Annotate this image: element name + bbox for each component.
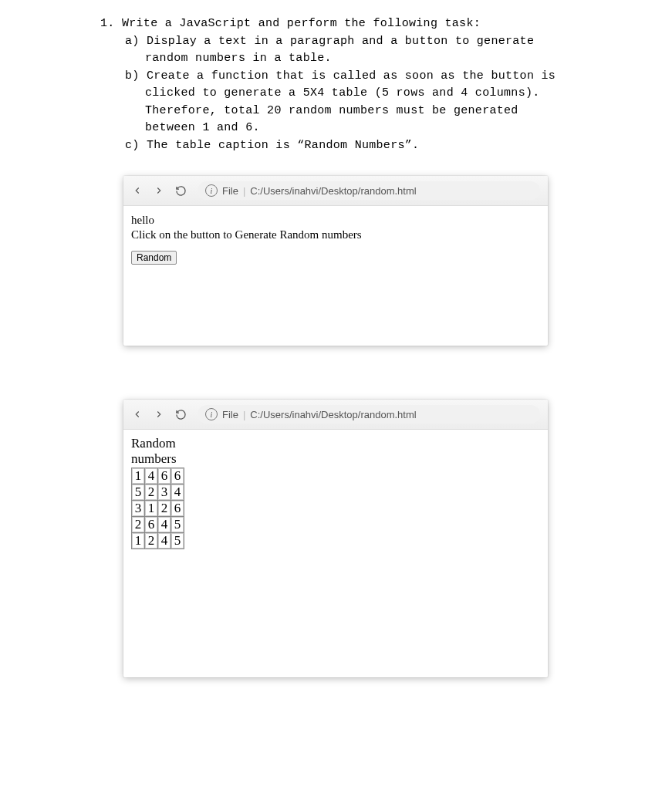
- forward-icon[interactable]: [153, 184, 165, 197]
- question-block: 1. Write a JavaScript and perform the fo…: [100, 15, 587, 154]
- table-cell: 6: [171, 468, 184, 484]
- addr-separator: |: [243, 185, 245, 197]
- table-row: 5 2 3 4: [132, 484, 184, 501]
- random-numbers-table: Random numbers 1 4 6 6 5 2 3 4: [131, 436, 184, 549]
- forward-icon[interactable]: [153, 408, 165, 420]
- addr-url: C:/Users/inahvi/Desktop/random.html: [250, 185, 416, 197]
- file-chip: File: [222, 185, 238, 197]
- address-bar[interactable]: i File | C:/Users/inahvi/Desktop/random.…: [198, 405, 540, 424]
- table-cell: 6: [158, 468, 171, 484]
- table-cell: 1: [145, 501, 158, 517]
- reload-icon[interactable]: [174, 184, 187, 197]
- item-label: a): [125, 35, 140, 48]
- addr-separator: |: [243, 409, 245, 420]
- back-icon[interactable]: [131, 408, 144, 420]
- table-cell: 1: [132, 468, 145, 484]
- item-text: Display a text in a paragraph and a butt…: [147, 35, 534, 48]
- question-item-a: a) Display a text in a paragraph and a b…: [145, 33, 587, 51]
- info-icon[interactable]: i: [205, 408, 218, 420]
- table-cell: 6: [171, 501, 184, 517]
- item-text: The table caption is “Random Numbers”.: [147, 139, 419, 152]
- table-cell: 2: [132, 517, 145, 533]
- question-item-a-cont: random numbers in a table.: [145, 50, 587, 68]
- browser-window-2: i File | C:/Users/inahvi/Desktop/random.…: [123, 400, 548, 677]
- table-row: 1 4 6 6: [132, 468, 184, 484]
- table-cell: 4: [145, 468, 158, 484]
- table-cell: 5: [132, 484, 145, 501]
- table-cell: 2: [158, 501, 171, 517]
- back-icon[interactable]: [131, 184, 144, 197]
- question-item-c: c) The table caption is “Random Numbers”…: [145, 137, 587, 155]
- addr-url: C:/Users/inahvi/Desktop/random.html: [250, 409, 416, 420]
- table-row: 2 6 4 5: [132, 517, 184, 533]
- table-cell: 5: [171, 533, 184, 549]
- browser-window-1: i File | C:/Users/inahvi/Desktop/random.…: [123, 176, 548, 346]
- table-row: 1 2 4 5: [132, 533, 184, 549]
- item-text: Create a function that is called as soon…: [147, 69, 555, 83]
- table-cell: 4: [171, 484, 184, 501]
- question-stem-text: Write a JavaScript and perform the follo…: [122, 17, 481, 30]
- info-icon[interactable]: i: [205, 184, 218, 197]
- table-cell: 1: [132, 533, 145, 549]
- browser-toolbar: i File | C:/Users/inahvi/Desktop/random.…: [123, 176, 548, 206]
- table-row: 3 1 2 6: [132, 501, 184, 517]
- table-cell: 5: [171, 517, 184, 533]
- hello-text: hello: [131, 214, 540, 227]
- random-button[interactable]: Random: [131, 251, 177, 265]
- reload-icon[interactable]: [174, 408, 187, 420]
- item-label: c): [125, 139, 140, 152]
- page-viewport: hello Click on the button to Generate Ra…: [123, 206, 548, 271]
- table-cell: 6: [145, 517, 158, 533]
- file-chip: File: [222, 409, 238, 420]
- table-cell: 2: [145, 533, 158, 549]
- table-cell: 2: [145, 484, 158, 501]
- question-item-b-cont3: between 1 and 6.: [145, 120, 587, 137]
- table-cell: 4: [158, 517, 171, 533]
- table-cell: 3: [158, 484, 171, 501]
- question-item-b-cont2: Therefore, total 20 random numbers must …: [145, 103, 587, 120]
- table-caption: Random numbers: [131, 436, 184, 468]
- item-label: b): [125, 69, 140, 83]
- question-item-b-cont1: clicked to generate a 5X4 table (5 rows …: [145, 85, 587, 103]
- instruction-text: Click on the button to Generate Random n…: [131, 228, 540, 241]
- question-stem: 1. Write a JavaScript and perform the fo…: [120, 15, 587, 33]
- address-bar[interactable]: i File | C:/Users/inahvi/Desktop/random.…: [198, 181, 540, 200]
- page-viewport: Random numbers 1 4 6 6 5 2 3 4: [123, 430, 548, 555]
- question-number: 1.: [100, 17, 115, 30]
- table-cell: 4: [158, 533, 171, 549]
- question-item-b: b) Create a function that is called as s…: [145, 68, 587, 86]
- browser-toolbar: i File | C:/Users/inahvi/Desktop/random.…: [123, 400, 548, 430]
- table-cell: 3: [132, 501, 145, 517]
